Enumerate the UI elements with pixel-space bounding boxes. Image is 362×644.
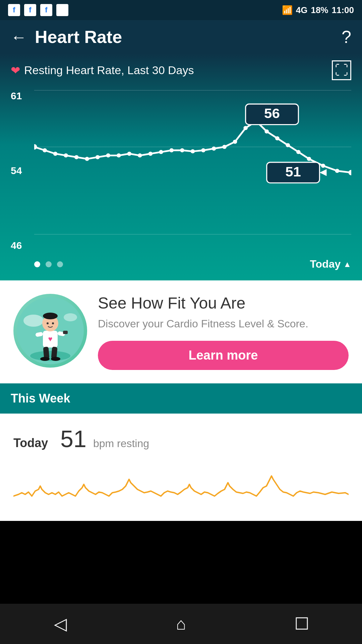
fb-icon-2: f (24, 4, 36, 16)
svg-point-6 (64, 153, 68, 157)
chart-plot-area: 56 51 (34, 87, 351, 241)
today-text: Today (310, 258, 341, 270)
avatar-figure-svg: ♥ (17, 297, 84, 364)
chart-svg: 56 51 (34, 87, 351, 241)
svg-point-46 (47, 322, 49, 324)
status-bar: f f f 🖼 📶 4G 18% 11:00 (0, 0, 362, 20)
svg-point-18 (191, 149, 195, 153)
svg-point-20 (212, 147, 216, 151)
page-dot-3[interactable] (57, 261, 63, 267)
heart-rate-chart: 61 54 46 (11, 87, 351, 255)
status-right: 📶 4G 18% 11:00 (282, 5, 354, 15)
svg-point-7 (74, 155, 79, 159)
fitness-avatar: ♥ (13, 294, 87, 368)
this-week-title: This Week (11, 391, 351, 406)
page-title: Heart Rate (35, 27, 342, 47)
fb-icon-1: f (8, 4, 20, 16)
y-label-54: 54 (11, 165, 31, 176)
svg-point-47 (52, 322, 54, 324)
svg-text:51: 51 (285, 164, 301, 179)
svg-point-53 (40, 357, 50, 361)
svg-point-23 (243, 126, 248, 130)
page-dot-1[interactable] (34, 261, 40, 267)
svg-point-17 (180, 148, 184, 152)
svg-text:56: 56 (264, 106, 280, 121)
nav-square-icon: ☐ (294, 614, 309, 634)
svg-point-12 (127, 152, 131, 156)
this-week-header: This Week (0, 383, 362, 414)
svg-point-40 (64, 313, 77, 321)
bluetooth-icon: 📶 (282, 5, 293, 15)
today-stats-row: Today 51 bpm resting (13, 426, 349, 452)
chart-subtitle-text: ❤ Resting Heart Rate, Last 30 Days (11, 64, 194, 77)
svg-rect-50 (63, 331, 68, 334)
svg-point-11 (117, 153, 121, 157)
fitness-content: See How Fit You Are Discover your Cardio… (98, 294, 349, 370)
bpm-value: 51 (60, 426, 86, 452)
mini-heart-rate-chart (13, 463, 349, 513)
svg-marker-37 (319, 169, 326, 176)
page-dots (34, 261, 63, 267)
fitness-card-description: Discover your Cardio Fitness Level & Sco… (98, 316, 349, 331)
chart-subtitle-label: Resting Heart Rate, Last 30 Days (24, 64, 194, 77)
svg-text:♥: ♥ (48, 335, 52, 343)
svg-point-26 (275, 136, 280, 140)
svg-point-39 (23, 315, 44, 327)
y-label-61: 61 (11, 90, 31, 102)
svg-point-21 (222, 145, 227, 149)
page-header: ← Heart Rate ? (0, 20, 362, 54)
fitness-card: ♥ See How Fit You Are Discover your Card… (0, 280, 362, 383)
chart-footer: Today ▲ (11, 258, 351, 270)
fitness-card-title: See How Fit You Are (98, 294, 349, 312)
svg-point-28 (296, 150, 301, 154)
chart-y-axis: 61 54 46 (11, 87, 31, 255)
svg-point-32 (349, 170, 351, 175)
svg-point-54 (51, 357, 60, 361)
svg-point-31 (335, 169, 340, 173)
battery-label: 18% (311, 5, 328, 15)
time-label: 11:00 (332, 5, 354, 15)
expand-button[interactable]: ⛶ (332, 60, 351, 80)
navigation-bar: ◁ ⌂ ☐ (0, 604, 362, 644)
learn-more-button[interactable]: Learn more (98, 341, 349, 370)
svg-point-27 (286, 143, 290, 147)
signal-label: 4G (296, 5, 308, 15)
svg-point-45 (43, 313, 58, 319)
heart-icon: ❤ (11, 64, 20, 77)
svg-point-16 (170, 148, 174, 152)
status-left: f f f 🖼 (8, 4, 68, 16)
svg-point-19 (201, 148, 205, 152)
page-dot-2[interactable] (46, 261, 52, 267)
nav-back-button[interactable]: ◁ (47, 610, 74, 637)
svg-point-22 (233, 140, 237, 144)
svg-point-4 (43, 148, 47, 152)
photo-icon: 🖼 (56, 4, 68, 16)
svg-point-10 (106, 153, 110, 157)
bpm-unit: bpm resting (93, 437, 149, 450)
svg-point-3 (34, 144, 37, 150)
today-stats-label: Today (13, 436, 54, 450)
svg-point-5 (53, 152, 58, 156)
svg-point-8 (85, 157, 89, 161)
svg-point-14 (148, 152, 153, 156)
svg-point-9 (96, 155, 100, 159)
chart-subtitle-row: ❤ Resting Heart Rate, Last 30 Days ⛶ (11, 60, 351, 80)
svg-point-25 (264, 129, 269, 133)
svg-point-15 (159, 150, 163, 154)
svg-point-30 (321, 164, 325, 168)
chart-today-label: Today ▲ (310, 258, 351, 270)
fb-icon-3: f (40, 4, 52, 16)
today-triangle-icon: ▲ (343, 260, 351, 269)
nav-back-icon: ◁ (54, 614, 67, 634)
y-label-46: 46 (11, 240, 31, 251)
nav-home-button[interactable]: ⌂ (168, 610, 194, 637)
svg-point-13 (138, 153, 142, 157)
help-button[interactable]: ? (342, 27, 351, 47)
chart-section: ❤ Resting Heart Rate, Last 30 Days ⛶ 61 … (0, 54, 362, 280)
svg-point-29 (307, 157, 311, 161)
back-button[interactable]: ← (11, 28, 27, 46)
nav-home-icon: ⌂ (176, 614, 186, 634)
today-stats-section: Today 51 bpm resting (0, 414, 362, 521)
nav-recent-button[interactable]: ☐ (288, 610, 315, 637)
svg-point-41 (30, 351, 70, 361)
